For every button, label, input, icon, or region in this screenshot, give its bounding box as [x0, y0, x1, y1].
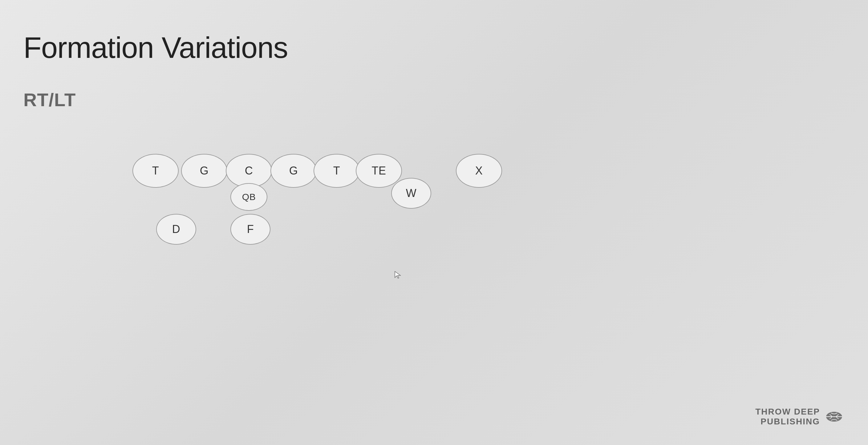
branding-lines: THROW DEEP PUBLISHING — [755, 407, 820, 426]
player-X: X — [456, 154, 502, 188]
player-C: C — [226, 154, 272, 188]
player-TE: TE — [356, 154, 402, 188]
player-D: D — [156, 214, 196, 245]
branding-area: THROW DEEP PUBLISHING — [755, 407, 843, 426]
player-W: W — [391, 178, 431, 209]
player-T-right: T — [314, 154, 360, 188]
player-G-left: G — [181, 154, 227, 188]
page-title: Formation Variations — [23, 31, 288, 65]
player-F: F — [230, 214, 271, 245]
formation-subtitle: RT/LT — [23, 89, 76, 110]
branding-line1: THROW DEEP — [755, 407, 820, 417]
player-G-right: G — [271, 154, 317, 188]
branding-line2: PUBLISHING — [755, 417, 820, 426]
branding-logo-icon — [825, 411, 843, 423]
player-T-left: T — [132, 154, 179, 188]
formation-field: T G C G T TE X W QB D F — [0, 108, 868, 385]
player-QB: QB — [230, 183, 267, 211]
